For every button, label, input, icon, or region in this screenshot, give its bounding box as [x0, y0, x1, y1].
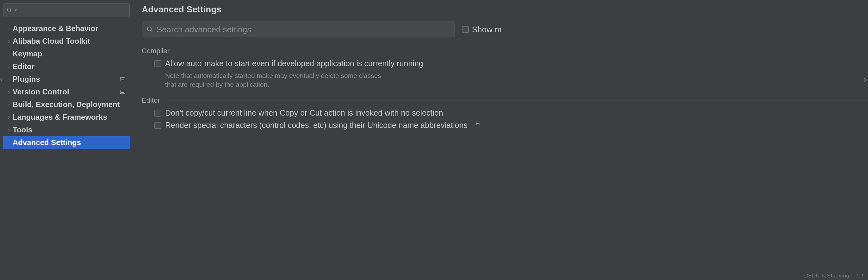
group-editor: Editor Don't copy/cut current line when … — [142, 96, 868, 130]
sidebar-item-label: Keymap — [13, 49, 127, 58]
group-title: Editor — [142, 96, 160, 105]
watermark: CSDN @Studying！！！ — [804, 273, 865, 279]
sidebar-item-label: Build, Execution, Deployment — [13, 100, 127, 109]
chevron-right-icon[interactable]: › — [863, 74, 867, 85]
settings-sidebar: ▾ › Appearance & Behavior › Alibaba Clou… — [0, 0, 133, 280]
advanced-settings-search-input[interactable] — [157, 25, 450, 34]
sidebar-search[interactable]: ▾ — [3, 3, 130, 17]
svg-point-0 — [7, 8, 11, 11]
group-compiler: Compiler Allow auto-make to start even i… — [142, 47, 868, 89]
sidebar-item-appearance-behavior[interactable]: › Appearance & Behavior — [3, 22, 130, 35]
sidebar-item-label: Alibaba Cloud Toolkit — [13, 37, 127, 46]
show-modified-only-toggle[interactable]: Show m — [462, 25, 502, 34]
page-title: Advanced Settings — [142, 4, 868, 15]
project-settings-icon — [120, 90, 125, 94]
setting-label: Don't copy/cut current line when Copy or… — [165, 108, 443, 117]
setting-compiler-automake[interactable]: Allow auto-make to start even if develop… — [154, 59, 868, 68]
search-icon — [147, 26, 153, 33]
divider — [163, 100, 868, 101]
checkbox-icon[interactable] — [154, 110, 161, 117]
chevron-right-icon: › — [5, 101, 13, 108]
sidebar-item-build-execution-deployment[interactable]: › Build, Execution, Deployment — [3, 98, 130, 111]
sidebar-item-label: Appearance & Behavior — [13, 24, 127, 33]
setting-editor-nocopycut[interactable]: Don't copy/cut current line when Copy or… — [154, 108, 868, 117]
sidebar-item-alibaba-cloud-toolkit[interactable]: › Alibaba Cloud Toolkit — [3, 35, 130, 48]
setting-label: Allow auto-make to start even if develop… — [165, 59, 423, 68]
svg-line-3 — [151, 30, 152, 32]
setting-note: Note that automatically started make may… — [165, 71, 393, 89]
sidebar-item-advanced-settings[interactable]: Advanced Settings — [3, 136, 130, 149]
search-icon — [7, 7, 12, 13]
checkbox-icon[interactable] — [154, 122, 161, 129]
group-title: Compiler — [142, 47, 169, 55]
app-root: ▾ › Appearance & Behavior › Alibaba Clou… — [0, 0, 868, 280]
sidebar-item-plugins[interactable]: ‹ Plugins — [3, 73, 130, 86]
chevron-left-icon: ‹ — [0, 75, 3, 84]
checkbox-icon[interactable] — [154, 60, 161, 67]
sidebar-item-version-control[interactable]: › Version Control — [3, 86, 130, 98]
chevron-right-icon: › — [5, 127, 13, 133]
divider — [173, 51, 868, 51]
sidebar-item-editor[interactable]: › Editor — [3, 60, 130, 73]
sidebar-item-label: Advanced Settings — [13, 138, 127, 147]
checkbox-icon[interactable] — [462, 26, 469, 33]
setting-editor-render-special[interactable]: Render special characters (control codes… — [154, 121, 868, 130]
sidebar-item-keymap[interactable]: Keymap — [3, 48, 130, 60]
sidebar-item-label: Plugins — [13, 75, 120, 84]
caret-down-icon: ▾ — [15, 8, 17, 12]
settings-nav: › Appearance & Behavior › Alibaba Cloud … — [3, 22, 130, 280]
svg-line-1 — [10, 11, 11, 12]
chevron-right-icon: › — [5, 63, 13, 70]
sidebar-item-tools[interactable]: › Tools — [3, 123, 130, 136]
chevron-right-icon: › — [5, 38, 13, 45]
svg-point-2 — [147, 27, 152, 31]
setting-label: Render special characters (control codes… — [165, 121, 468, 130]
project-settings-icon — [120, 77, 125, 81]
advanced-settings-search[interactable] — [142, 22, 455, 37]
sidebar-search-input[interactable] — [18, 6, 126, 14]
sidebar-item-label: Editor — [13, 62, 127, 71]
chevron-right-icon: › — [5, 25, 13, 32]
sidebar-item-label: Tools — [13, 125, 127, 134]
chevron-right-icon: › — [5, 89, 13, 95]
sidebar-item-languages-frameworks[interactable]: › Languages & Frameworks — [3, 111, 130, 123]
undo-icon[interactable] — [474, 121, 482, 128]
settings-content: Advanced Settings Show m Compiler Allow … — [133, 0, 868, 280]
sidebar-item-label: Languages & Frameworks — [13, 113, 127, 122]
chevron-right-icon: › — [5, 114, 13, 121]
show-modified-only-label: Show m — [472, 25, 502, 34]
content-topbar: Show m — [142, 22, 868, 37]
sidebar-item-label: Version Control — [13, 87, 120, 96]
